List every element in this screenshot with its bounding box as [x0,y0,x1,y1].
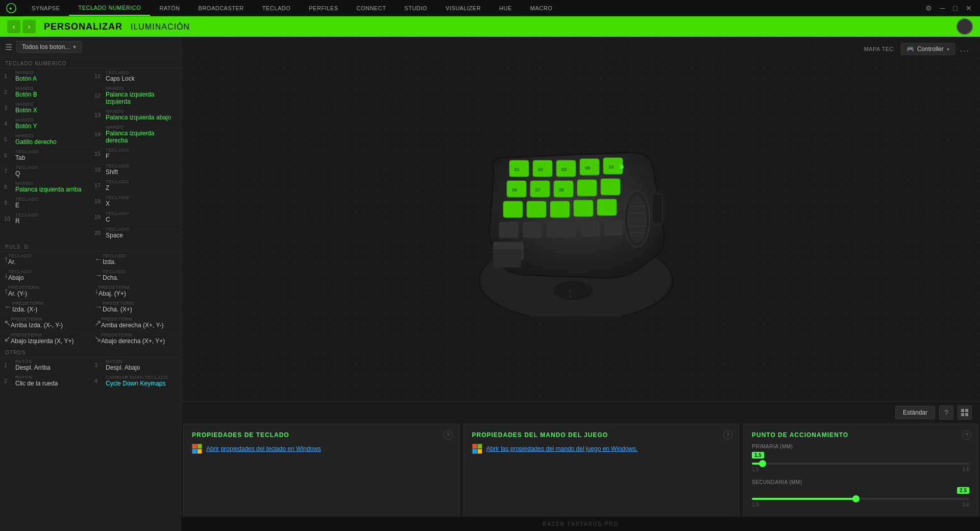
key-row-9[interactable]: 9 TECLADO E [0,195,90,211]
key-row-2[interactable]: 2 MANDO Botón B [0,84,90,100]
otros-key-4[interactable]: 4 CAMBIAR MAPA TECLADO Cycle Down Keymap… [90,373,181,389]
dpad-preset-dr[interactable]: ↘ PREDETERM. Abajo derecha (X+, Y+) [90,331,181,347]
keys-col-right: 11 TECLADO Caps Lock 12 MANDO Palanca iz… [90,68,181,241]
more-options-button[interactable]: ... [960,44,970,54]
dpad-right-dcha[interactable]: → TECLADO Dcha. [90,268,181,283]
key-row-11[interactable]: 11 TECLADO Caps Lock [90,68,181,84]
key-row-8[interactable]: 8 MANDO Palanca izquierda arriba [0,179,90,195]
minimize-icon[interactable]: ─ [938,2,947,14]
main-layout: ☰ Todos los boton... TECLADO NUMÉRICO 1 … [0,37,980,531]
hamburger-button[interactable]: ☰ [5,42,12,52]
svg-rect-53 [198,449,202,453]
primary-slider-section: PRIMARIA (mm) 1.5 1.5 3.6 [752,444,969,472]
otros-key-2[interactable]: 2 RATÓN Clic de la rueda [0,373,90,389]
help-button[interactable]: ? [939,405,953,420]
keys-two-col: 1 MANDO Botón A 2 MANDO Botón B 3 [0,68,181,241]
primary-slider-track[interactable] [752,463,969,465]
settings-icon[interactable]: ⚙ [923,2,934,14]
arrow-right-icon-2: → [94,302,103,311]
svg-text:✦: ✦ [568,288,572,294]
dpad-right-izda[interactable]: ← TECLADO Izda. [90,252,181,268]
grid-view-button[interactable] [958,405,972,420]
footer-bar: RAZER TARTARUS PRO [181,517,980,531]
svg-point-29 [628,196,646,242]
back-button[interactable]: ‹ [7,20,20,33]
key-row-6[interactable]: 6 TECLADO Tab [0,148,90,163]
nav-teclado-numerico[interactable]: TECLADO NUMÉRICO [69,0,150,16]
key-row-19[interactable]: 19 TECLADO C [90,209,181,225]
nav-teclado[interactable]: TECLADO [253,0,300,16]
arrow-left-icon: ← [4,302,12,311]
arrow-down-icon: ↓ [4,271,8,280]
nav-connect[interactable]: CONNECT [347,0,395,16]
arrow-up-icon-2: ↑ [4,286,8,296]
standard-button[interactable]: Estándar [895,406,935,419]
actuation-help[interactable]: ? [962,430,971,440]
keys-col-left: 1 MANDO Botón A 2 MANDO Botón B 3 [0,68,90,241]
primary-slider-thumb[interactable] [759,460,766,467]
close-icon[interactable]: ✕ [964,2,974,14]
svg-rect-15 [601,179,620,195]
key-row-1[interactable]: 1 MANDO Botón A [0,68,90,84]
filter-dropdown[interactable]: Todos los boton... [16,41,82,53]
key-row-5[interactable]: 5 MANDO Gatillo derecho [0,132,90,148]
key-row-15[interactable]: 15 TECLADO F [90,146,181,162]
mapa-tec-select[interactable]: 🎮 Controller ▾ [901,43,955,55]
prop-gamepad-help[interactable]: ? [723,430,732,440]
subheader-nav: ‹ › [7,20,36,33]
otros-key-3[interactable]: 3 RATÓN Despl. Abajo [90,357,181,373]
nav-visualizer[interactable]: VISUALIZER [436,0,490,16]
key-row-12[interactable]: 12 MANDO Palanca izquierda izquierda [90,84,181,107]
nav-macro[interactable]: MACRO [521,0,561,16]
key-row-13[interactable]: 13 MANDO Palanca izquierda abajo [90,107,181,123]
actuation-title: PUNTO DE ACCIONAMIENTO [752,431,969,439]
forward-button[interactable]: › [22,20,36,33]
windows-icon [192,444,202,454]
svg-rect-48 [961,413,964,416]
arrow-upleft-icon: ↖ [4,318,11,328]
dpad-preset-right[interactable]: → PREDETERM. Dcha. (X+) [90,299,181,315]
nav-perfiles[interactable]: PERFILES [300,0,347,16]
key-row-7[interactable]: 7 TECLADO Q [0,163,90,179]
primary-slider-label: PRIMARIA (mm) [752,444,969,449]
avatar[interactable] [957,18,973,35]
svg-rect-51 [198,444,202,448]
dpad-up[interactable]: ↑ TECLADO Ar. [0,252,90,268]
key-row-20[interactable]: 20 TECLADO Space [90,225,181,241]
dpad-preset-down[interactable]: ↓ PREDETERM. Abaj. (Y+) [90,283,181,299]
key-row-16[interactable]: 16 TECLADO Shift [90,162,181,178]
dpad-preset-up[interactable]: ↑ PREDETERM. Ar. (Y-) [0,283,90,299]
maximize-icon[interactable]: □ [951,2,960,14]
nav-hue[interactable]: HUE [490,0,521,16]
left-panel: ☰ Todos los boton... TECLADO NUMÉRICO 1 … [0,37,181,531]
key-row-14[interactable]: 14 MANDO Palanca izquierda derecha [90,123,181,146]
prop-keyboard-link[interactable]: Abrir propiedades del teclado en Windows [192,444,451,454]
svg-rect-57 [478,449,482,453]
key-row-4[interactable]: 4 MANDO Botón Y [0,116,90,132]
nav-raton[interactable]: RATÓN [150,0,189,16]
key-row-3[interactable]: 3 MANDO Botón X [0,100,90,116]
secondary-slider-thumb[interactable] [852,495,860,502]
otros-key-1[interactable]: 1 RATÓN Despl. Arriba [0,357,90,373]
prop-gamepad-link[interactable]: Abrir las propiedades del mando del jueg… [472,444,731,454]
dpad-preset-ul[interactable]: ↖ PREDETERM. Arriba Izda. (X-, Y-) [0,315,90,331]
key-row-17[interactable]: 17 TECLADO Z [90,178,181,194]
svg-rect-19 [574,200,593,216]
svg-text:09: 09 [584,165,590,171]
key-row-18[interactable]: 18 TECLADO X [90,194,181,209]
dpad-preset-left[interactable]: ← PREDETERM. Izda. (X-) [0,299,90,315]
nav-broadcaster[interactable]: BROADCASTER [189,0,253,16]
dpad-down[interactable]: ↓ TECLADO Abajo [0,268,90,283]
primary-slider-range: 1.5 3.6 [752,467,969,472]
top-nav: ✦ SYNAPSE TECLADO NUMÉRICO RATÓN BROADCA… [0,0,980,16]
section-otros: OTROS [0,347,181,357]
svg-text:02: 02 [537,167,543,172]
nav-synapse[interactable]: SYNAPSE [22,0,69,16]
toolbar: ☰ Todos los boton... [0,37,181,58]
dpad-preset-ur[interactable]: ↗ PREDETERM. Arriba derecha (X+, Y-) [90,315,181,331]
key-row-10[interactable]: 10 TECLADO R [0,211,90,227]
dpad-preset-dl[interactable]: ↙ PREDETERM. Abajo izquierda (X, Y+) [0,331,90,347]
nav-studio[interactable]: STUDIO [395,0,436,16]
prop-keyboard-help[interactable]: ? [444,430,453,440]
secondary-slider-track[interactable] [752,498,969,500]
